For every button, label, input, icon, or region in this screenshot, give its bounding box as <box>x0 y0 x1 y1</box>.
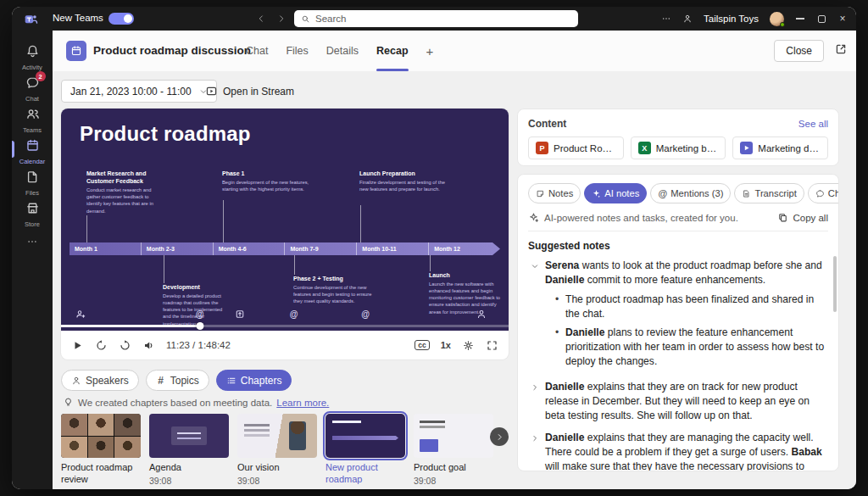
file-name: Product Roadmap... <box>554 143 616 153</box>
see-all-link[interactable]: See all <box>798 119 828 129</box>
filter-speakers-button[interactable]: Speakers <box>61 370 139 391</box>
filmstrip-next-button[interactable] <box>490 427 509 446</box>
chapter-item[interactable]: Agenda 39:08 <box>149 414 229 489</box>
filter-chapters-button[interactable]: Chapters <box>216 370 292 391</box>
person-icon[interactable] <box>476 309 487 320</box>
forward-icon[interactable] <box>276 14 287 24</box>
sidebar-item-teams[interactable]: Teams <box>12 107 53 131</box>
chapter-thumbnail[interactable] <box>61 414 141 458</box>
filter-topics-button[interactable]: #Topics <box>146 370 209 391</box>
playback-speed[interactable]: 1x <box>441 340 451 350</box>
date-range-dropdown[interactable]: Jan 21, 2023 10:00 - 11:00 <box>61 80 217 103</box>
more-options-icon[interactable] <box>661 14 671 24</box>
divider <box>528 231 828 231</box>
close-button[interactable]: Close <box>774 40 824 62</box>
tab-details[interactable]: Details <box>326 31 359 71</box>
chapter-item[interactable]: New product roadmap 39:08 <box>326 414 405 489</box>
search-input[interactable] <box>315 14 571 24</box>
transcript-icon <box>742 189 751 198</box>
people-icon[interactable] <box>682 14 693 24</box>
content-file-video[interactable]: Marketing demo... <box>732 137 828 159</box>
tab-files[interactable]: Files <box>286 31 308 71</box>
sidebar-more-button[interactable] <box>12 236 53 248</box>
content-title: Content <box>528 118 566 130</box>
notes-tab-mentions-3[interactable]: @Mentions (3) <box>650 183 731 203</box>
note-text: Serena wants to look at the product road… <box>545 259 828 287</box>
chapter-thumbnail[interactable] <box>414 414 493 458</box>
captions-button[interactable]: cc <box>415 340 429 351</box>
mention-icon[interactable]: @ <box>360 309 371 320</box>
notes-card: Notes AI notes @Mentions (3) Transcript … <box>517 174 839 471</box>
org-name[interactable]: Tailspin Toys <box>704 14 759 24</box>
titlebar: New Teams Tailspin Toys × <box>12 7 856 31</box>
connector-line <box>164 255 164 283</box>
slide-phase: Development Develop a detailed product r… <box>163 283 229 327</box>
notes-tab-chat[interactable]: Chat <box>808 183 839 203</box>
chapter-title: Agenda <box>149 462 229 474</box>
seek-bar[interactable] <box>61 325 509 327</box>
content-file-powerpoint[interactable]: P Product Roadmap... <box>528 137 624 159</box>
play-icon[interactable] <box>71 339 84 352</box>
person-add-icon[interactable] <box>75 309 86 320</box>
mention-icon[interactable]: @ <box>288 309 299 320</box>
chapter-time: 39:08 <box>149 476 229 486</box>
new-teams-toggle[interactable] <box>108 13 134 25</box>
share-icon[interactable] <box>235 309 246 320</box>
fullscreen-icon[interactable] <box>486 339 498 352</box>
sidebar-item-activity[interactable]: Activity <box>12 44 53 69</box>
skip-back-icon[interactable] <box>95 339 108 352</box>
search-box[interactable] <box>294 10 578 27</box>
notes-tab-notes[interactable]: Notes <box>528 183 581 203</box>
meeting-icon <box>66 41 86 61</box>
notes-tab-transcript[interactable]: Transcript <box>734 183 804 203</box>
ai-banner: AI-powered notes and tasks, created for … <box>528 212 828 223</box>
sidebar-item-chat[interactable]: 2 Chat <box>12 75 53 100</box>
skip-forward-icon[interactable] <box>119 339 131 352</box>
gear-icon[interactable] <box>462 339 475 352</box>
content-file-excel[interactable]: X Marketing budget... <box>631 137 726 159</box>
volume-icon[interactable] <box>142 339 155 352</box>
notes-tab-ai-notes[interactable]: AI notes <box>584 183 647 203</box>
copy-all-button[interactable]: Copy all <box>777 212 828 223</box>
chapter-item[interactable]: Product roadmap review 39:08 <box>61 414 141 489</box>
teams-window: New Teams Tailspin Toys × Activity 2 Cha… <box>12 7 856 489</box>
open-in-stream-link[interactable]: Open in Stream <box>205 80 294 103</box>
minimize-button[interactable] <box>795 14 805 24</box>
open-in-stream-label: Open in Stream <box>223 86 294 98</box>
add-tab-button[interactable]: + <box>426 31 434 71</box>
back-icon[interactable] <box>256 14 266 24</box>
video-player: Product roadmap Market Research and Cust… <box>61 109 509 359</box>
filter-label: Speakers <box>86 375 129 387</box>
chat-icon <box>815 189 825 198</box>
progress-knob[interactable] <box>196 322 203 330</box>
sidebar-item-files[interactable]: Files <box>12 170 53 194</box>
person-icon <box>71 376 81 386</box>
chapter-title: Product roadmap review <box>61 462 141 486</box>
tab-chat[interactable]: Chat <box>246 31 268 71</box>
maximize-button[interactable] <box>816 14 826 24</box>
sidebar-item-calendar[interactable]: Calendar <box>12 138 53 163</box>
timeline-month: Month 1 <box>70 242 142 255</box>
chevron-down-icon[interactable] <box>528 259 542 273</box>
tab-recap[interactable]: Recap <box>376 31 409 71</box>
mention-icon[interactable]: @ <box>194 309 205 320</box>
chevron-right-icon[interactable] <box>528 432 542 445</box>
chapter-thumbnail[interactable] <box>326 414 405 458</box>
chapter-thumbnail[interactable] <box>149 414 229 458</box>
avatar[interactable] <box>770 12 784 26</box>
close-window-button[interactable]: × <box>837 14 848 24</box>
scrollbar-thumb[interactable] <box>833 256 837 312</box>
learn-more-link[interactable]: Learn more. <box>276 398 329 408</box>
sidebar-item-store[interactable]: Store <box>12 201 53 226</box>
phase-heading: Market Research and Customer Feedback <box>86 170 159 185</box>
chevron-right-icon[interactable] <box>528 381 542 394</box>
content-card: Content See all P Product Roadmap... X M… <box>517 109 839 166</box>
chapter-item[interactable]: Product goal 39:08 <box>414 414 493 489</box>
video-frame[interactable]: Product roadmap Market Research and Cust… <box>61 109 509 331</box>
chapter-item[interactable]: Our vision 39:08 <box>237 414 317 489</box>
phase-body: Finalize development and testing of the … <box>359 179 448 192</box>
slide-phase: Phase 2 + Testing Continue development o… <box>293 275 378 304</box>
popout-icon[interactable] <box>834 42 848 56</box>
timeline-month: Month 10-11 <box>357 242 429 255</box>
chapter-thumbnail[interactable] <box>237 414 317 458</box>
